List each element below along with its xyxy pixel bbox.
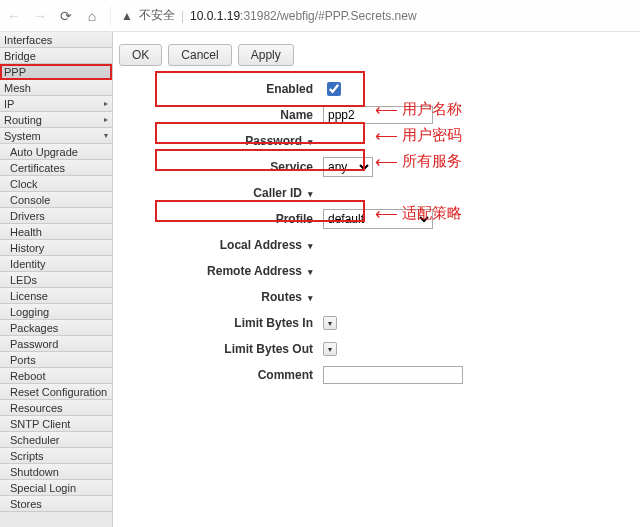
sidebar-item-label: Logging [10, 304, 49, 320]
sidebar-item-shutdown[interactable]: Shutdown [0, 464, 112, 480]
sidebar-item-label: Reboot [10, 368, 45, 384]
reload-icon[interactable]: ⟳ [58, 8, 74, 24]
password-label: Password [113, 134, 323, 148]
sidebar-item-label: Scripts [10, 448, 44, 464]
sidebar-item-password[interactable]: Password [0, 336, 112, 352]
sidebar-item-reset-configuration[interactable]: Reset Configuration [0, 384, 112, 400]
sidebar-item-health[interactable]: Health [0, 224, 112, 240]
sidebar-item-label: Console [10, 192, 50, 208]
sidebar-item-label: Routing [4, 112, 42, 128]
sidebar-item-label: SNTP Client [10, 416, 70, 432]
sidebar-item-label: License [10, 288, 48, 304]
url: 10.0.1.19:31982/webfig/#PPP.Secrets.new [190, 9, 417, 23]
sidebar-item-identity[interactable]: Identity [0, 256, 112, 272]
sidebar-item-sntp-client[interactable]: SNTP Client [0, 416, 112, 432]
sidebar-item-packages[interactable]: Packages [0, 320, 112, 336]
forward-icon[interactable]: → [32, 8, 48, 24]
sidebar-item-label: Identity [10, 256, 45, 272]
sidebar-item-ppp[interactable]: PPP [0, 64, 112, 80]
remote-address-label: Remote Address [113, 264, 323, 278]
sidebar-item-ip[interactable]: IP▸ [0, 96, 112, 112]
sidebar-item-history[interactable]: History [0, 240, 112, 256]
sidebar-item-label: Drivers [10, 208, 45, 224]
address-bar[interactable]: ▲ 不安全 | 10.0.1.19:31982/webfig/#PPP.Secr… [110, 6, 634, 26]
comment-input[interactable] [323, 366, 463, 384]
warning-icon: ▲ [121, 9, 133, 23]
sidebar-item-label: Shutdown [10, 464, 59, 480]
name-label: Name [113, 108, 323, 122]
sidebar-item-label: LEDs [10, 272, 37, 288]
service-label: Service [113, 160, 323, 174]
sidebar-item-resources[interactable]: Resources [0, 400, 112, 416]
sidebar-item-label: Ports [10, 352, 36, 368]
sidebar-item-scheduler[interactable]: Scheduler [0, 432, 112, 448]
sidebar-item-ports[interactable]: Ports [0, 352, 112, 368]
routes-label: Routes [113, 290, 323, 304]
cancel-button[interactable]: Cancel [168, 44, 231, 66]
arrow-icon: ⟵ [375, 100, 398, 119]
sidebar-item-label: Resources [10, 400, 63, 416]
sidebar-item-interfaces[interactable]: Interfaces [0, 32, 112, 48]
enabled-checkbox[interactable] [327, 82, 341, 96]
sidebar-item-label: Password [10, 336, 58, 352]
sidebar-item-label: System [4, 128, 41, 144]
profile-label: Profile [113, 212, 323, 226]
annotation-name: ⟵用户名称 [375, 100, 462, 119]
chevron-right-icon: ▸ [104, 96, 108, 112]
comment-label: Comment [113, 368, 323, 382]
sidebar-item-reboot[interactable]: Reboot [0, 368, 112, 384]
sidebar-item-license[interactable]: License [0, 288, 112, 304]
sidebar-item-logging[interactable]: Logging [0, 304, 112, 320]
limit-bytes-in-disclose[interactable]: ▾ [323, 316, 337, 330]
content-panel: OK Cancel Apply Enabled Name Password Se… [113, 32, 640, 527]
annotation-profile: ⟵适配策略 [375, 204, 462, 223]
sidebar-item-leds[interactable]: LEDs [0, 272, 112, 288]
browser-toolbar: ← → ⟳ ⌂ ▲ 不安全 | 10.0.1.19:31982/webfig/#… [0, 0, 640, 32]
limit-bytes-in-label: Limit Bytes In [113, 316, 323, 330]
sidebar-item-console[interactable]: Console [0, 192, 112, 208]
security-label: 不安全 [139, 7, 175, 24]
sidebar-item-label: Interfaces [4, 32, 52, 48]
limit-bytes-out-label: Limit Bytes Out [113, 342, 323, 356]
chevron-down-icon: ▾ [104, 128, 108, 144]
sidebar-item-clock[interactable]: Clock [0, 176, 112, 192]
form: Enabled Name Password Service any [113, 76, 640, 388]
sidebar-item-label: Bridge [4, 48, 36, 64]
apply-button[interactable]: Apply [238, 44, 294, 66]
sidebar-item-routing[interactable]: Routing▸ [0, 112, 112, 128]
sidebar-item-label: Certificates [10, 160, 65, 176]
sidebar-item-mesh[interactable]: Mesh [0, 80, 112, 96]
action-buttons: OK Cancel Apply [113, 44, 640, 66]
sidebar-item-certificates[interactable]: Certificates [0, 160, 112, 176]
sidebar-item-label: Mesh [4, 80, 31, 96]
sidebar-item-drivers[interactable]: Drivers [0, 208, 112, 224]
sidebar-item-label: IP [4, 96, 14, 112]
sidebar-item-label: PPP [4, 64, 26, 80]
sidebar-item-stores[interactable]: Stores [0, 496, 112, 512]
back-icon[interactable]: ← [6, 8, 22, 24]
sidebar-item-bridge[interactable]: Bridge [0, 48, 112, 64]
sidebar-item-system[interactable]: System▾ [0, 128, 112, 144]
sidebar-item-label: Health [10, 224, 42, 240]
service-select[interactable]: any [323, 157, 373, 177]
home-icon[interactable]: ⌂ [84, 8, 100, 24]
sidebar-item-label: Packages [10, 320, 58, 336]
sidebar-item-special-login[interactable]: Special Login [0, 480, 112, 496]
chevron-right-icon: ▸ [104, 112, 108, 128]
limit-bytes-out-disclose[interactable]: ▾ [323, 342, 337, 356]
sidebar-item-label: Special Login [10, 480, 76, 496]
annotation-password: ⟵用户密码 [375, 126, 462, 145]
sidebar-item-label: Auto Upgrade [10, 144, 78, 160]
arrow-icon: ⟵ [375, 204, 398, 223]
enabled-label: Enabled [113, 82, 323, 96]
ok-button[interactable]: OK [119, 44, 162, 66]
annotation-service: ⟵所有服务 [375, 152, 462, 171]
sidebar-item-auto-upgrade[interactable]: Auto Upgrade [0, 144, 112, 160]
arrow-icon: ⟵ [375, 126, 398, 145]
sidebar-item-label: Scheduler [10, 432, 60, 448]
local-address-label: Local Address [113, 238, 323, 252]
sidebar-item-scripts[interactable]: Scripts [0, 448, 112, 464]
sidebar-item-label: Reset Configuration [10, 384, 107, 400]
sidebar-item-label: History [10, 240, 44, 256]
caller-id-label: Caller ID [113, 186, 323, 200]
